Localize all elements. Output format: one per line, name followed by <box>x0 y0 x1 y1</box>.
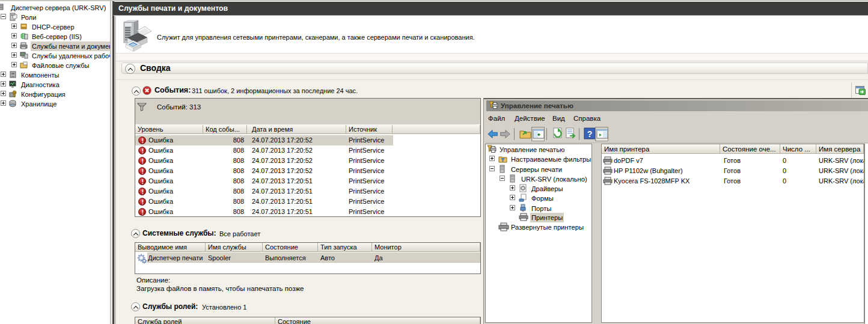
svg-text:?: ? <box>587 129 593 139</box>
